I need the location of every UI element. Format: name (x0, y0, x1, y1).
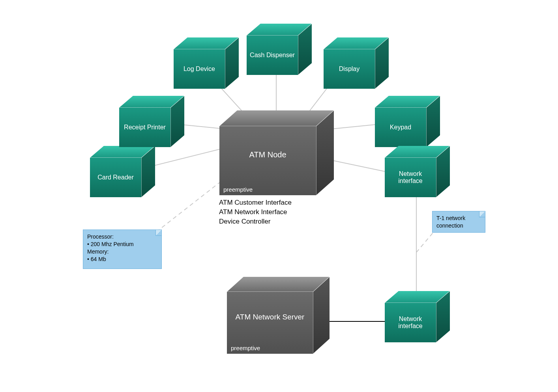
caption-line: ATM Network Interface (219, 207, 292, 217)
node-label: Keypad (390, 124, 411, 131)
node-sublabel: preemptive (223, 186, 253, 193)
note-line: • 64 Mb (87, 256, 157, 263)
node-label: Display (339, 65, 360, 73)
node-label: Receipt Printer (124, 124, 166, 131)
node-label: Log Device (184, 65, 215, 73)
caption-line: ATM Customer Interface (219, 198, 292, 207)
note-line: T-1 network (436, 215, 481, 222)
atm-node-caption: ATM Customer Interface ATM Network Inter… (219, 198, 292, 226)
note-line: Processor: (87, 233, 157, 241)
deployment-diagram: Card Reader Receipt Printer Log Device (0, 0, 558, 392)
node-label: Cash Dispenser (250, 52, 295, 59)
svg-line-7 (158, 181, 221, 231)
note-line: • 200 Mhz Pentium (87, 241, 157, 248)
node-label: Network interface (386, 315, 434, 330)
caption-line: Device Controller (219, 217, 292, 226)
svg-marker-51 (219, 110, 334, 126)
note-t1-connection: T-1 network connection (432, 211, 485, 233)
note-fold-icon (479, 211, 485, 217)
note-processor: Processor: • 200 Mhz Pentium Memory: • 6… (83, 230, 162, 269)
node-label: Card Reader (97, 174, 134, 181)
node-label: ATM Network Server (236, 313, 305, 321)
node-sublabel: preemptive (231, 345, 260, 351)
note-line: Memory: (87, 248, 157, 256)
node-label: Network interface (386, 170, 434, 185)
node-label: ATM Node (249, 150, 286, 159)
svg-marker-56 (227, 277, 330, 292)
note-line: connection (436, 222, 481, 230)
note-fold-icon (155, 230, 161, 236)
